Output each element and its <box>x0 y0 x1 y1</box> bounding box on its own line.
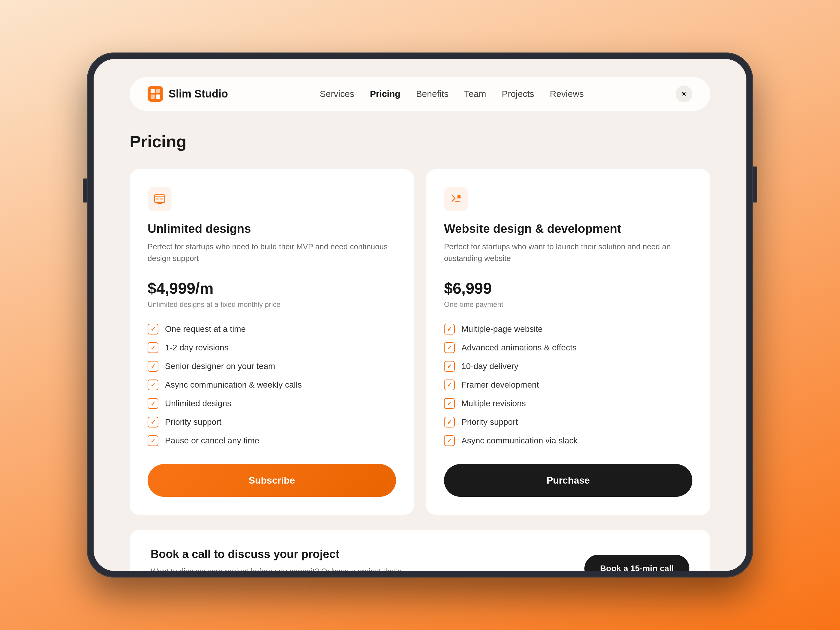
card-description-unlimited: Perfect for startups who need to build t… <box>148 241 396 264</box>
feature-text: Priority support <box>165 417 221 427</box>
card-title-unlimited: Unlimited designs <box>148 222 396 235</box>
nav-benefits[interactable]: Benefits <box>416 89 448 99</box>
brand-name: Slim Studio <box>169 88 228 100</box>
nav-reviews[interactable]: Reviews <box>550 89 584 99</box>
feature-text: 10-day delivery <box>461 362 518 371</box>
check-icon: ✓ <box>148 417 158 428</box>
check-icon: ✓ <box>148 379 158 390</box>
card-price-note-website: One-time payment <box>444 300 692 309</box>
cta-title: Book a call to discuss your project <box>151 548 421 561</box>
card-price-unlimited: $4,999/m <box>148 279 396 297</box>
feature-text: Unlimited designs <box>165 399 231 408</box>
navbar: Slim Studio Services Pricing Benefits Te… <box>129 77 711 111</box>
feature-text: Async communication via slack <box>461 436 578 445</box>
check-icon: ✓ <box>148 324 158 335</box>
svg-rect-1 <box>156 89 160 93</box>
feature-item: ✓ Senior designer on your team <box>148 361 396 372</box>
card-icon-unlimited <box>148 187 172 211</box>
feature-item: ✓ Multiple revisions <box>444 398 692 409</box>
feature-item: ✓ Async communication via slack <box>444 435 692 446</box>
feature-item: ✓ One request at a time <box>148 324 396 335</box>
cta-text-block: Book a call to discuss your project Want… <box>151 548 421 571</box>
nav-links: Services Pricing Benefits Team Projects … <box>320 89 584 99</box>
check-icon: ✓ <box>444 379 455 390</box>
svg-rect-6 <box>156 198 159 201</box>
feature-item: ✓ 1-2 day revisions <box>148 342 396 353</box>
feature-text: Priority support <box>461 417 518 427</box>
purchase-button[interactable]: Purchase <box>444 464 692 497</box>
check-icon: ✓ <box>444 398 455 409</box>
feature-text: One request at a time <box>165 324 246 334</box>
pricing-card-website: Website design & development Perfect for… <box>426 169 711 515</box>
feature-text: 1-2 day revisions <box>165 343 229 352</box>
feature-item: ✓ Multiple-page website <box>444 324 692 335</box>
pricing-card-unlimited: Unlimited designs Perfect for startups w… <box>129 169 414 515</box>
feature-item: ✓ Priority support <box>444 417 692 428</box>
check-icon: ✓ <box>148 398 158 409</box>
svg-rect-3 <box>156 95 160 99</box>
check-icon: ✓ <box>444 324 455 335</box>
svg-rect-5 <box>157 202 162 204</box>
feature-text: Senior designer on your team <box>165 362 275 371</box>
screen-content: Slim Studio Services Pricing Benefits Te… <box>93 59 747 571</box>
feature-item: ✓ Unlimited designs <box>148 398 396 409</box>
feature-text: Async communication & weekly calls <box>165 380 302 390</box>
feature-text: Multiple revisions <box>461 399 526 408</box>
features-list-website: ✓ Multiple-page website ✓ Advanced anima… <box>444 324 692 446</box>
card-description-website: Perfect for startups who want to launch … <box>444 241 692 264</box>
feature-text: Pause or cancel any time <box>165 436 259 445</box>
nav-projects[interactable]: Projects <box>502 89 534 99</box>
feature-text: Multiple-page website <box>461 324 543 334</box>
check-icon: ✓ <box>444 361 455 372</box>
nav-brand: Slim Studio <box>148 86 228 102</box>
feature-item: ✓ Priority support <box>148 417 396 428</box>
check-icon: ✓ <box>148 342 158 353</box>
tablet-screen: Slim Studio Services Pricing Benefits Te… <box>93 59 747 571</box>
card-title-website: Website design & development <box>444 222 692 235</box>
check-icon: ✓ <box>148 361 158 372</box>
pricing-grid: Unlimited designs Perfect for startups w… <box>129 169 711 515</box>
cta-section: Book a call to discuss your project Want… <box>129 530 711 571</box>
feature-text: Advanced animations & effects <box>461 343 576 352</box>
feature-item: ✓ Framer development <box>444 379 692 390</box>
book-call-button[interactable]: Book a 15-min call <box>584 555 689 571</box>
svg-rect-9 <box>458 195 461 198</box>
svg-rect-7 <box>160 198 163 201</box>
features-list-unlimited: ✓ One request at a time ✓ 1-2 day revisi… <box>148 324 396 446</box>
feature-text: Framer development <box>461 380 539 390</box>
cta-description: Want to discuss your project before you … <box>151 565 421 571</box>
svg-rect-0 <box>151 89 155 93</box>
feature-item: ✓ Pause or cancel any time <box>148 435 396 446</box>
check-icon: ✓ <box>148 435 158 446</box>
tablet-frame: Slim Studio Services Pricing Benefits Te… <box>87 52 753 578</box>
check-icon: ✓ <box>444 417 455 428</box>
sun-icon: ☀ <box>680 89 688 99</box>
brand-icon <box>148 86 163 102</box>
check-icon: ✓ <box>444 435 455 446</box>
nav-team[interactable]: Team <box>464 89 486 99</box>
svg-rect-2 <box>151 95 155 99</box>
card-price-note-unlimited: Unlimited designs at a fixed monthly pri… <box>148 300 396 309</box>
feature-item: ✓ 10-day delivery <box>444 361 692 372</box>
subscribe-button[interactable]: Subscribe <box>148 464 396 497</box>
card-icon-website <box>444 187 468 211</box>
nav-pricing[interactable]: Pricing <box>370 89 401 99</box>
theme-toggle-button[interactable]: ☀ <box>676 85 692 102</box>
page-title: Pricing <box>129 132 711 151</box>
feature-item: ✓ Async communication & weekly calls <box>148 379 396 390</box>
feature-item: ✓ Advanced animations & effects <box>444 342 692 353</box>
nav-services[interactable]: Services <box>320 89 354 99</box>
card-price-website: $6,999 <box>444 279 692 297</box>
check-icon: ✓ <box>444 342 455 353</box>
